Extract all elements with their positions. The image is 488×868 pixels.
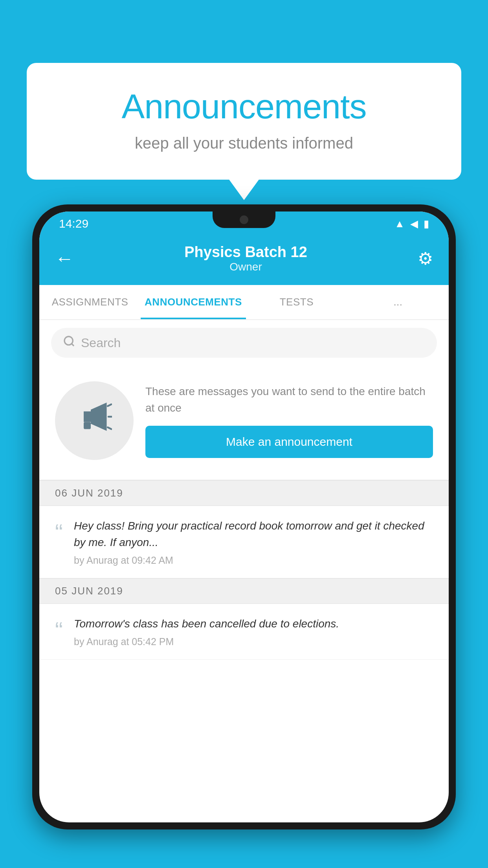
announcement-text-1: Hey class! Bring your practical record b… xyxy=(74,518,433,551)
announcement-item-2[interactable]: “ Tomorrow's class has been cancelled du… xyxy=(39,604,449,660)
settings-button[interactable]: ⚙ xyxy=(418,248,433,268)
tab-assignments[interactable]: ASSIGNMENTS xyxy=(39,285,141,319)
phone-notch xyxy=(213,211,275,228)
promo-icon-circle xyxy=(55,381,134,460)
wifi-icon: ▲ xyxy=(394,218,405,230)
svg-rect-4 xyxy=(84,422,91,429)
header-center: Physics Batch 12 Owner xyxy=(74,244,418,273)
search-bar[interactable]: Search xyxy=(51,328,437,358)
make-announcement-button[interactable]: Make an announcement xyxy=(145,426,433,458)
svg-marker-3 xyxy=(91,403,107,431)
tab-more[interactable]: ... xyxy=(347,285,449,319)
signal-icon: ◀ xyxy=(410,218,418,230)
tab-bar: ASSIGNMENTS ANNOUNCEMENTS TESTS ... xyxy=(39,285,449,320)
svg-point-0 xyxy=(64,337,73,345)
announcement-content-2: Tomorrow's class has been cancelled due … xyxy=(74,616,433,647)
announcement-meta-1: by Anurag at 09:42 AM xyxy=(74,555,433,566)
announcement-meta-2: by Anurag at 05:42 PM xyxy=(74,636,433,647)
announcement-text-2: Tomorrow's class has been cancelled due … xyxy=(74,616,433,632)
svg-line-7 xyxy=(108,427,111,429)
status-icons: ▲ ◀ ▮ xyxy=(394,218,429,230)
tab-tests[interactable]: TESTS xyxy=(246,285,347,319)
phone-screen: 14:29 ▲ ◀ ▮ ← Physics Batch 12 Owner ⚙ A… xyxy=(39,211,449,822)
promo-description: These are messages you want to send to t… xyxy=(145,383,433,416)
megaphone-icon xyxy=(77,399,112,443)
header-title: Physics Batch 12 xyxy=(74,244,418,261)
phone-frame: 14:29 ▲ ◀ ▮ ← Physics Batch 12 Owner ⚙ A… xyxy=(32,204,456,829)
speech-bubble-subtitle: keep all your students informed xyxy=(58,134,430,152)
quote-icon-1: “ xyxy=(55,521,63,544)
date-separator-1: 06 JUN 2019 xyxy=(39,480,449,506)
app-header: ← Physics Batch 12 Owner ⚙ xyxy=(39,236,449,285)
promo-card: These are messages you want to send to t… xyxy=(39,366,449,480)
back-button[interactable]: ← xyxy=(55,248,74,269)
speech-bubble-title: Announcements xyxy=(58,86,430,127)
announcement-content-1: Hey class! Bring your practical record b… xyxy=(74,518,433,566)
svg-line-1 xyxy=(72,344,74,346)
speech-bubble-container: Announcements keep all your students inf… xyxy=(27,63,461,180)
promo-right: These are messages you want to send to t… xyxy=(145,383,433,458)
battery-icon: ▮ xyxy=(424,218,429,230)
header-subtitle: Owner xyxy=(74,261,418,273)
search-placeholder: Search xyxy=(81,336,121,350)
tab-announcements[interactable]: ANNOUNCEMENTS xyxy=(141,285,246,319)
svg-marker-2 xyxy=(84,411,91,422)
phone-camera xyxy=(240,215,248,224)
phone-wrapper: 14:29 ▲ ◀ ▮ ← Physics Batch 12 Owner ⚙ A… xyxy=(32,204,456,868)
quote-icon-2: “ xyxy=(55,619,63,642)
speech-bubble: Announcements keep all your students inf… xyxy=(27,63,461,180)
svg-line-5 xyxy=(108,404,111,406)
search-icon xyxy=(63,335,75,351)
announcements-list: 06 JUN 2019 “ Hey class! Bring your prac… xyxy=(39,480,449,822)
date-separator-2: 05 JUN 2019 xyxy=(39,578,449,604)
announcement-item-1[interactable]: “ Hey class! Bring your practical record… xyxy=(39,506,449,578)
search-container: Search xyxy=(39,320,449,366)
status-time: 14:29 xyxy=(59,217,88,230)
